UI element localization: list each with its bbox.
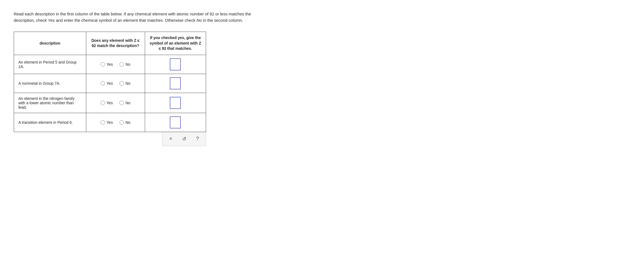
action-bar-container: × ↺ ? (14, 132, 206, 146)
row4-symbol-box[interactable] (170, 116, 181, 128)
col-header-match: Does any element with Z ≤ 92 match the d… (86, 32, 145, 55)
row3-symbol-input[interactable] (171, 98, 179, 107)
row2-symbol-box[interactable] (170, 77, 181, 89)
row4-radio-group: Yes No (91, 120, 140, 125)
row2-symbol-cell (145, 74, 206, 93)
row2-radio-group: Yes No (91, 81, 140, 86)
row4-no-radio[interactable] (120, 120, 124, 125)
row2-radio-cell: Yes No (86, 74, 145, 93)
row3-no-option[interactable]: No (120, 101, 131, 105)
instructions-text: Read each description in the first colum… (14, 11, 261, 23)
row1-symbol-cell (145, 55, 206, 74)
row3-yes-option[interactable]: Yes (101, 101, 113, 105)
table-row: A transition element in Period 6. Yes No (14, 113, 206, 132)
row4-symbol-cell (145, 113, 206, 132)
row4-yes-option[interactable]: Yes (101, 120, 113, 125)
col-header-symbol: If you checked yes, give the symbol of a… (145, 32, 206, 55)
row3-radio-group: Yes No (91, 101, 140, 105)
row2-yes-radio[interactable] (101, 81, 105, 86)
row2-no-option[interactable]: No (120, 81, 131, 86)
row2-symbol-input[interactable] (171, 79, 179, 88)
row2-description: A nonmetal in Group 7A. (14, 74, 86, 93)
row1-description: An element in Period 5 and Group 1A. (14, 55, 86, 74)
row1-symbol-input[interactable] (171, 60, 179, 69)
row1-no-option[interactable]: No (120, 62, 131, 67)
row1-yes-label: Yes (107, 62, 113, 67)
row3-symbol-box[interactable] (170, 97, 181, 109)
table-row: An element in Period 5 and Group 1A. Yes… (14, 55, 206, 74)
col-header-description: description (14, 32, 86, 55)
row2-no-label: No (126, 81, 131, 86)
row4-no-label: No (126, 120, 131, 125)
row2-yes-label: Yes (107, 81, 113, 86)
row4-yes-label: Yes (107, 120, 113, 125)
table-row: An element in the nitrogen family with a… (14, 93, 206, 113)
row4-symbol-input[interactable] (171, 118, 179, 127)
row3-symbol-cell (145, 93, 206, 113)
reset-button[interactable]: ↺ (180, 135, 188, 143)
row1-no-label: No (126, 62, 131, 67)
row3-yes-radio[interactable] (101, 101, 105, 105)
row1-radio-group: Yes No (91, 62, 140, 67)
row4-yes-radio[interactable] (101, 120, 105, 125)
row1-radio-cell: Yes No (86, 55, 145, 74)
row2-no-radio[interactable] (120, 81, 124, 86)
row1-yes-option[interactable]: Yes (101, 62, 113, 67)
row1-symbol-box[interactable] (170, 58, 181, 70)
table-row: A nonmetal in Group 7A. Yes No (14, 74, 206, 93)
chemistry-table: description Does any element with Z ≤ 92… (14, 32, 206, 132)
clear-button[interactable]: × (167, 135, 174, 143)
row3-radio-cell: Yes No (86, 93, 145, 113)
row3-no-radio[interactable] (120, 101, 124, 105)
row3-no-label: No (126, 101, 131, 105)
action-bar: × ↺ ? (162, 132, 206, 146)
help-button[interactable]: ? (194, 135, 201, 143)
row1-yes-radio[interactable] (101, 62, 105, 67)
row4-radio-cell: Yes No (86, 113, 145, 132)
table-wrapper: description Does any element with Z ≤ 92… (14, 32, 206, 146)
row4-no-option[interactable]: No (120, 120, 131, 125)
row1-no-radio[interactable] (120, 62, 124, 67)
row4-description: A transition element in Period 6. (14, 113, 86, 132)
row3-yes-label: Yes (107, 101, 113, 105)
row3-description: An element in the nitrogen family with a… (14, 93, 86, 113)
row2-yes-option[interactable]: Yes (101, 81, 113, 86)
